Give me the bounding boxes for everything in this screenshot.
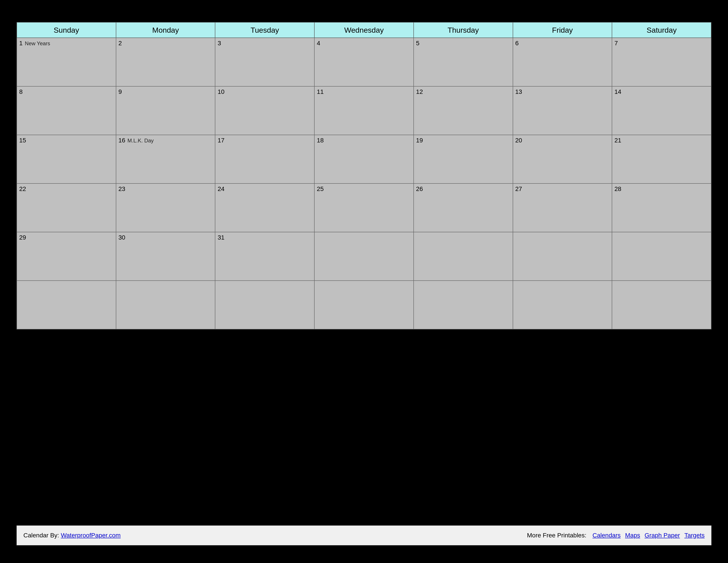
day-number: 13: [515, 88, 522, 95]
calendar-day-cell: 14: [612, 86, 711, 135]
day-number: 22: [19, 185, 26, 192]
calendar-day-cell: 27: [513, 183, 612, 232]
calendar-day-cell: 21: [612, 135, 711, 183]
day-number: 12: [416, 88, 423, 95]
calendar-day-cell: 13: [513, 86, 612, 135]
footer-printable-link[interactable]: Maps: [625, 532, 640, 539]
calendar-day-cell: 4: [314, 38, 414, 86]
calendar-day-cell: 11: [314, 86, 414, 135]
calendar-day-cell: 12: [414, 86, 513, 135]
footer-printable-link[interactable]: Calendars: [593, 532, 621, 539]
calendar-day-cell: 31: [215, 232, 314, 280]
calendar-day-cell: [116, 280, 215, 329]
footer-printable-link[interactable]: Targets: [684, 532, 705, 539]
footer-credit-label: Calendar By:: [23, 532, 61, 539]
day-number: 14: [614, 88, 621, 95]
day-number: 10: [218, 88, 224, 95]
footer-bar: Calendar By: WaterproofPaper.com More Fr…: [17, 525, 711, 545]
holiday-label: M.L.K. Day: [128, 137, 154, 143]
calendar-table: SundayMondayTuesdayWednesdayThursdayFrid…: [17, 22, 711, 330]
calendar-week-row: 293031: [17, 232, 711, 280]
calendar-day-cell: 23: [116, 183, 215, 232]
calendar-week-row: 891011121314: [17, 86, 711, 135]
calendar-day-cell: 29: [17, 232, 116, 280]
day-number: 17: [218, 137, 224, 144]
day-number: 5: [416, 40, 420, 47]
day-number: 9: [118, 88, 122, 95]
footer-links: CalendarsMapsGraph PaperTargets: [588, 532, 705, 539]
day-number: 6: [515, 40, 519, 47]
calendar-day-cell: 28: [612, 183, 711, 232]
day-number: 3: [218, 40, 221, 47]
footer-printables-label: More Free Printables:: [527, 532, 588, 539]
calendar-day-cell: [414, 232, 513, 280]
calendar-day-cell: 22: [17, 183, 116, 232]
calendar-day-cell: 10: [215, 86, 314, 135]
day-number: 16: [118, 137, 125, 144]
calendar-day-cell: 25: [314, 183, 414, 232]
calendar-day-cell: 1New Years: [17, 38, 116, 86]
day-number: 8: [19, 88, 23, 95]
calendar-day-cell: [414, 280, 513, 329]
calendar-day-cell: [513, 280, 612, 329]
day-number: 26: [416, 185, 423, 192]
page-container: SundayMondayTuesdayWednesdayThursdayFrid…: [17, 18, 711, 545]
holiday-label: New Years: [25, 40, 50, 46]
footer-left: Calendar By: WaterproofPaper.com: [23, 532, 121, 539]
day-number: 28: [614, 185, 621, 192]
day-number: 25: [317, 185, 324, 192]
calendar-header-row: SundayMondayTuesdayWednesdayThursdayFrid…: [17, 22, 711, 38]
day-number: 7: [614, 40, 618, 47]
day-number: 27: [515, 185, 522, 192]
day-number: 20: [515, 137, 522, 144]
calendar-wrapper: SundayMondayTuesdayWednesdayThursdayFrid…: [17, 22, 711, 330]
calendar-day-cell: 26: [414, 183, 513, 232]
day-number: 29: [19, 234, 26, 241]
calendar-day-cell: 5: [414, 38, 513, 86]
calendar-day-header: Saturday: [612, 22, 711, 38]
calendar-day-header: Friday: [513, 22, 612, 38]
day-number: 23: [118, 185, 125, 192]
day-number: 4: [317, 40, 320, 47]
day-number: 15: [19, 137, 26, 144]
calendar-day-cell: 2: [116, 38, 215, 86]
calendar-day-header: Monday: [116, 22, 215, 38]
day-number: 1: [19, 40, 23, 47]
calendar-day-cell: 18: [314, 135, 414, 183]
calendar-day-cell: 15: [17, 135, 116, 183]
calendar-day-cell: 3: [215, 38, 314, 86]
day-number: 18: [317, 137, 324, 144]
calendar-day-header: Tuesday: [215, 22, 314, 38]
calendar-day-header: Thursday: [414, 22, 513, 38]
calendar-week-row: 1516M.L.K. Day1718192021: [17, 135, 711, 183]
calendar-day-header: Sunday: [17, 22, 116, 38]
day-number: 2: [118, 40, 122, 47]
calendar-day-cell: 19: [414, 135, 513, 183]
calendar-day-cell: [17, 280, 116, 329]
calendar-day-cell: [612, 280, 711, 329]
calendar-day-cell: 20: [513, 135, 612, 183]
calendar-day-cell: 8: [17, 86, 116, 135]
calendar-day-cell: [215, 280, 314, 329]
calendar-day-cell: [314, 232, 414, 280]
calendar-day-cell: 16M.L.K. Day: [116, 135, 215, 183]
calendar-week-row: 22232425262728: [17, 183, 711, 232]
calendar-day-cell: [513, 232, 612, 280]
day-number: 19: [416, 137, 423, 144]
calendar-day-cell: 24: [215, 183, 314, 232]
calendar-day-header: Wednesday: [314, 22, 414, 38]
calendar-day-cell: 30: [116, 232, 215, 280]
day-number: 30: [118, 234, 125, 241]
footer-right: More Free Printables: CalendarsMapsGraph…: [527, 532, 705, 539]
calendar-day-cell: 9: [116, 86, 215, 135]
calendar-week-row: [17, 280, 711, 329]
calendar-day-cell: 7: [612, 38, 711, 86]
footer-printable-link[interactable]: Graph Paper: [645, 532, 680, 539]
day-number: 31: [218, 234, 224, 241]
footer-credit-link[interactable]: WaterproofPaper.com: [61, 532, 121, 539]
calendar-day-cell: 6: [513, 38, 612, 86]
day-number: 24: [218, 185, 224, 192]
day-number: 11: [317, 88, 324, 95]
calendar-day-cell: [612, 232, 711, 280]
day-number: 21: [614, 137, 621, 144]
